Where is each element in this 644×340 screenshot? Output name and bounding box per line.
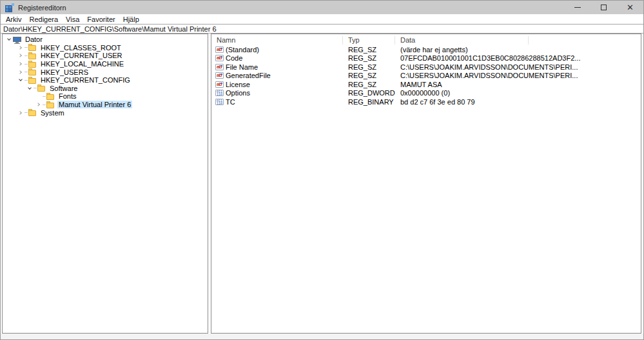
tree-item[interactable]: Dator bbox=[3, 35, 208, 44]
value-name: (Standard) bbox=[226, 46, 259, 54]
column-header-namn[interactable]: Namn bbox=[211, 36, 343, 45]
tree-item[interactable]: Mamut Virtual Printer 6 bbox=[3, 101, 208, 109]
menu-item-favoriter[interactable]: Favoriter bbox=[83, 15, 119, 23]
folder-icon bbox=[46, 93, 55, 100]
tree-expander[interactable] bbox=[17, 60, 24, 68]
tree-expander[interactable] bbox=[17, 76, 24, 84]
tree-expander[interactable] bbox=[26, 85, 34, 92]
value-data: C:\USERS\JOAKIM.ARVIDSSON\DOCUMENTS\PERI… bbox=[395, 72, 641, 79]
registry-tree-panel: Dator HKEY_CLASSES_ROOT HKEY_CURRENT_USE… bbox=[2, 34, 208, 334]
folder-icon bbox=[28, 109, 37, 116]
tree-item-label[interactable]: HKEY_USERS bbox=[39, 68, 90, 76]
values-panel: Namn Typ Data (Standard) REG_SZ (värde h… bbox=[211, 34, 641, 334]
value-type: REG_SZ bbox=[343, 54, 395, 62]
tree-connector bbox=[43, 96, 46, 97]
tree-expander[interactable] bbox=[5, 35, 13, 43]
tree-item-label[interactable]: Dator bbox=[24, 35, 44, 43]
value-name: File Name bbox=[226, 63, 258, 71]
value-name: Code bbox=[226, 54, 242, 62]
value-row[interactable]: License REG_SZ MAMUT ASA bbox=[211, 80, 641, 89]
tree-item-label[interactable]: Mamut Virtual Printer 6 bbox=[57, 101, 132, 108]
tree-item-label[interactable]: HKEY_CURRENT_CONFIG bbox=[39, 76, 132, 84]
tree-expander[interactable] bbox=[35, 92, 43, 100]
maximize-icon bbox=[601, 5, 607, 10]
value-name-cell[interactable]: TC bbox=[211, 98, 343, 106]
close-icon: ✕ bbox=[627, 3, 634, 12]
string-value-icon bbox=[215, 55, 224, 61]
tree-connector bbox=[24, 112, 28, 113]
value-row[interactable]: File Name REG_SZ C:\USERS\JOAKIM.ARVIDSS… bbox=[211, 63, 641, 72]
folder-icon bbox=[28, 77, 37, 84]
binary-value-icon bbox=[215, 99, 224, 105]
menu-item-visa[interactable]: Visa bbox=[62, 15, 83, 23]
titlebar: Registereditorn ✕ bbox=[1, 1, 643, 14]
tree-item-label[interactable]: System bbox=[39, 109, 66, 117]
tree-item-label[interactable]: Software bbox=[48, 85, 79, 92]
value-row[interactable]: GeneratedFile REG_SZ C:\USERS\JOAKIM.ARV… bbox=[211, 72, 641, 81]
value-name-cell[interactable]: License bbox=[211, 81, 343, 88]
computer-icon bbox=[13, 36, 21, 43]
column-header-typ[interactable]: Typ bbox=[343, 36, 395, 45]
values-column-header: Namn Typ Data bbox=[211, 35, 641, 45]
window-title: Registereditorn bbox=[18, 4, 66, 12]
regedit-window: Registereditorn ✕ Arkiv Redigera Visa Fa… bbox=[0, 0, 644, 340]
tree-item-label[interactable]: Fonts bbox=[57, 92, 78, 100]
value-data: (värde har ej angetts) bbox=[395, 46, 641, 54]
value-type: REG_DWORD bbox=[343, 89, 395, 97]
caption-controls: ✕ bbox=[564, 1, 643, 14]
menu-item-hjlp[interactable]: Hjälp bbox=[119, 15, 143, 23]
folder-icon bbox=[28, 68, 37, 75]
status-bar bbox=[1, 334, 643, 339]
string-value-icon bbox=[215, 81, 224, 88]
tree-item[interactable]: HKEY_CLASSES_ROOT bbox=[3, 44, 208, 52]
tree-expander[interactable] bbox=[17, 44, 24, 52]
tree-item[interactable]: HKEY_CURRENT_USER bbox=[3, 52, 208, 60]
value-name-cell[interactable]: Options bbox=[211, 89, 343, 97]
tree-connector bbox=[24, 64, 28, 65]
value-type: REG_SZ bbox=[343, 63, 395, 71]
tree-expander[interactable] bbox=[17, 68, 24, 76]
folder-icon bbox=[28, 52, 37, 59]
menu-item-arkiv[interactable]: Arkiv bbox=[2, 15, 25, 23]
minimize-icon bbox=[574, 7, 581, 8]
folder-icon bbox=[37, 85, 46, 92]
tree-item[interactable]: Fonts bbox=[3, 92, 208, 101]
tree-item[interactable]: Software bbox=[3, 85, 208, 93]
value-name: TC bbox=[226, 98, 235, 106]
tree-item-label[interactable]: HKEY_LOCAL_MACHINE bbox=[39, 60, 125, 68]
menu-item-redigera[interactable]: Redigera bbox=[25, 15, 62, 23]
string-value-icon bbox=[215, 72, 224, 79]
tree-connector bbox=[24, 47, 28, 48]
close-button[interactable]: ✕ bbox=[617, 1, 643, 14]
tree-expander[interactable] bbox=[35, 101, 43, 108]
values-rows: (Standard) REG_SZ (värde har ej angetts)… bbox=[211, 45, 641, 333]
tree-item[interactable]: HKEY_CURRENT_CONFIG bbox=[3, 76, 208, 85]
address-bar[interactable]: Dator\HKEY_CURRENT_CONFIG\Software\Mamut… bbox=[1, 24, 643, 34]
tree-item[interactable]: System bbox=[3, 108, 208, 117]
tree-item[interactable]: HKEY_LOCAL_MACHINE bbox=[3, 60, 208, 68]
column-header-filler bbox=[529, 36, 641, 45]
tree-item[interactable]: HKEY_USERS bbox=[3, 68, 208, 76]
tree-item-label[interactable]: HKEY_CURRENT_USER bbox=[39, 52, 124, 59]
minimize-button[interactable] bbox=[564, 1, 590, 14]
value-data: bd d2 c7 6f 3e ed 80 79 bbox=[395, 98, 641, 106]
value-row[interactable]: TC REG_BINARY bd d2 c7 6f 3e ed 80 79 bbox=[211, 97, 641, 106]
value-row[interactable]: Options REG_DWORD 0x00000000 (0) bbox=[211, 89, 641, 98]
value-data: C:\USERS\JOAKIM.ARVIDSSON\DOCUMENTS\PERI… bbox=[395, 63, 641, 71]
tree-expander[interactable] bbox=[17, 109, 24, 117]
tree-item-label[interactable]: HKEY_CLASSES_ROOT bbox=[39, 44, 122, 52]
tree-expander[interactable] bbox=[17, 52, 24, 59]
tree-connector bbox=[24, 55, 28, 56]
value-name: GeneratedFile bbox=[226, 72, 271, 79]
value-name-cell[interactable]: Code bbox=[211, 54, 343, 62]
tree-connector bbox=[34, 88, 37, 88]
value-row[interactable]: (Standard) REG_SZ (värde har ej angetts) bbox=[211, 45, 641, 54]
value-name-cell[interactable]: File Name bbox=[211, 63, 343, 71]
column-header-data[interactable]: Data bbox=[395, 36, 529, 45]
value-name-cell[interactable]: (Standard) bbox=[211, 46, 343, 54]
main-split: Dator HKEY_CLASSES_ROOT HKEY_CURRENT_USE… bbox=[1, 34, 643, 334]
value-row[interactable]: Code REG_SZ 07EFCDAB010001001C1D3EB0C802… bbox=[211, 54, 641, 63]
value-name: License bbox=[226, 81, 250, 88]
value-name-cell[interactable]: GeneratedFile bbox=[211, 72, 343, 79]
maximize-button[interactable] bbox=[590, 1, 617, 14]
